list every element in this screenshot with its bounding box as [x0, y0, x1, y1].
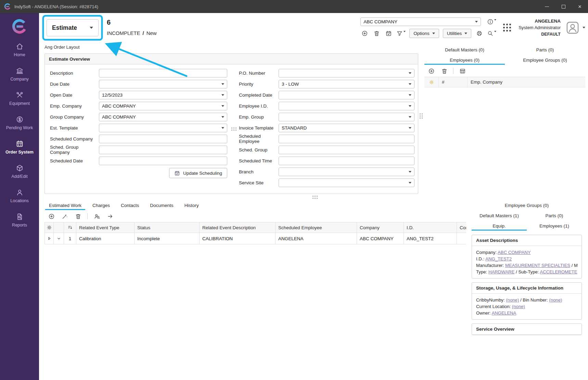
branch-select[interactable] — [279, 168, 414, 176]
print-button[interactable] — [475, 29, 483, 37]
column-header-scheduled-employee[interactable]: Scheduled Employee — [276, 222, 357, 233]
asset-id-link[interactable]: ANG_TEST2 — [485, 256, 512, 261]
description-input[interactable] — [99, 69, 227, 77]
cell-com[interactable] — [457, 233, 466, 244]
asset-type-link[interactable]: HARDWARE — [488, 269, 514, 274]
tab-estimated-work[interactable]: Estimated Work — [44, 200, 86, 210]
column-header-emp-company[interactable]: Emp. Company — [468, 77, 585, 87]
minimize-button[interactable] — [539, 0, 555, 13]
column-header-com[interactable]: Com — [457, 222, 466, 233]
cell-company[interactable]: ABC COMPANY — [357, 233, 404, 244]
tab-equip[interactable]: Equip. — [472, 221, 527, 231]
sched-group-company-input[interactable] — [99, 146, 227, 154]
column-header-related-event-type[interactable]: Related Event Type — [76, 222, 135, 233]
apps-grid-icon[interactable] — [503, 24, 511, 32]
column-header-company[interactable]: Company — [357, 222, 404, 233]
sched-group-input[interactable] — [279, 146, 414, 154]
tab-parts[interactable]: Parts (0) — [505, 45, 585, 55]
tab-default-masters-lower[interactable]: Default Masters (1) — [472, 210, 527, 221]
tab-employees-lower[interactable]: Employees (1) — [527, 221, 582, 231]
sidebar-item-reports[interactable]: Reports — [0, 208, 39, 232]
assign-employee-button[interactable] — [93, 212, 101, 220]
info-menu-button[interactable] — [487, 19, 496, 25]
auto-generate-button[interactable] — [61, 212, 69, 220]
sidebar-item-equipment[interactable]: Equipment — [0, 86, 39, 111]
sidebar-item-add-edit[interactable]: Add/Edit — [0, 159, 39, 184]
service-site-select[interactable] — [279, 179, 414, 187]
delete-button[interactable] — [372, 29, 381, 37]
bin-number-link[interactable]: (none) — [549, 297, 562, 303]
group-company-select[interactable]: ABC COMPANY — [99, 113, 227, 121]
scheduled-date-input[interactable] — [99, 157, 227, 165]
sidebar-item-company[interactable]: Company — [0, 62, 39, 86]
column-header-related-event-description[interactable]: Related Event Description — [200, 222, 276, 233]
tab-default-masters[interactable]: Default Masters (0) — [424, 45, 505, 55]
cell-related-event-description[interactable]: CALIBRATION — [200, 233, 276, 244]
owner-link[interactable]: ANGELENA — [491, 310, 516, 316]
priority-select[interactable]: 3 - LOW — [279, 80, 414, 88]
search-menu-button[interactable] — [487, 30, 496, 37]
asset-subtype-link[interactable]: ACCELEROMETE — [540, 269, 577, 274]
schedule-button[interactable] — [384, 29, 393, 37]
delete-work-button[interactable] — [74, 212, 82, 220]
tab-history[interactable]: History — [180, 200, 203, 210]
avatar[interactable] — [565, 21, 580, 35]
emp-company-select[interactable]: ABC COMPANY — [99, 102, 227, 110]
update-scheduling-button[interactable]: Update Scheduling — [169, 168, 227, 178]
column-settings-header[interactable] — [424, 77, 439, 87]
sidebar-item-pending-work[interactable]: Pending Work — [0, 111, 39, 135]
add-work-button[interactable] — [47, 212, 55, 220]
po-number-select[interactable] — [279, 69, 414, 77]
column-header-status[interactable]: Status — [135, 222, 200, 233]
cell-related-event-type[interactable]: Calibration — [76, 233, 135, 244]
employee-id-select[interactable] — [279, 102, 414, 110]
est-template-select[interactable] — [99, 124, 227, 132]
sidebar-item-locations[interactable]: Locations — [0, 184, 39, 208]
row-expander[interactable] — [45, 233, 54, 244]
filter-menu-button[interactable] — [396, 30, 406, 37]
column-header-number[interactable]: # — [439, 77, 468, 87]
horizontal-splitter[interactable] — [44, 194, 585, 200]
emp-group-select[interactable] — [279, 113, 414, 121]
asset-manufacturer-link[interactable]: MEASUREMENT SPECIALTIES — [505, 263, 570, 268]
tab-employees[interactable]: Employees (0) — [424, 55, 505, 65]
column-header-id[interactable]: I.D. — [404, 222, 457, 233]
record-type-dropdown[interactable]: Estimate — [47, 19, 99, 36]
tab-documents[interactable]: Documents — [145, 200, 178, 210]
cell-id[interactable]: ANG_TEST2 — [404, 233, 457, 244]
close-button[interactable]: ✕ — [572, 0, 588, 13]
tab-employee-groups[interactable]: Employee Groups (0) — [505, 55, 585, 65]
invoice-template-select[interactable]: STANDARD — [279, 124, 414, 132]
asset-company-link[interactable]: ABC COMPANY — [498, 250, 531, 255]
open-date-select[interactable]: 12/5/2023 — [99, 91, 227, 99]
scheduled-employee-input[interactable] — [279, 135, 414, 143]
column-splitter-handle[interactable] — [231, 127, 237, 131]
tab-employee-groups-lower[interactable]: Employee Groups (0) — [472, 200, 582, 210]
panel-splitter-handle[interactable] — [420, 113, 423, 119]
table-row[interactable]: 1 Calibration Incomplete CALIBRATION ANG… — [45, 233, 466, 244]
add-button[interactable] — [360, 29, 369, 37]
add-employee-button[interactable] — [427, 67, 435, 75]
cell-scheduled-employee[interactable]: ANGELENA — [276, 233, 357, 244]
forward-button[interactable] — [106, 212, 114, 220]
delete-employee-button[interactable] — [440, 67, 448, 75]
tab-charges[interactable]: Charges — [88, 200, 114, 210]
sidebar-item-home[interactable]: Home — [0, 38, 39, 62]
tab-parts-lower[interactable]: Parts (0) — [527, 210, 582, 221]
completed-date-select[interactable] — [279, 91, 414, 99]
column-settings-header[interactable] — [45, 222, 54, 233]
chevron-down-icon[interactable] — [583, 27, 585, 28]
options-button[interactable]: Options — [409, 29, 439, 38]
current-location-link[interactable]: (none) — [512, 304, 525, 309]
maximize-button[interactable] — [555, 0, 572, 13]
sort-column-header[interactable] — [64, 222, 76, 233]
tab-contacts[interactable]: Contacts — [116, 200, 143, 210]
cell-status[interactable]: Incomplete — [135, 233, 200, 244]
company-selector[interactable]: ABC COMPANY — [360, 17, 481, 26]
sidebar-item-order-system[interactable]: Order System — [0, 135, 39, 159]
table-view-button[interactable] — [458, 67, 466, 75]
scheduled-company-input[interactable] — [99, 135, 227, 143]
row-dropdown[interactable] — [54, 233, 64, 244]
utilities-button[interactable]: Utilities — [443, 29, 472, 38]
cribby-link[interactable]: (none) — [506, 297, 519, 303]
